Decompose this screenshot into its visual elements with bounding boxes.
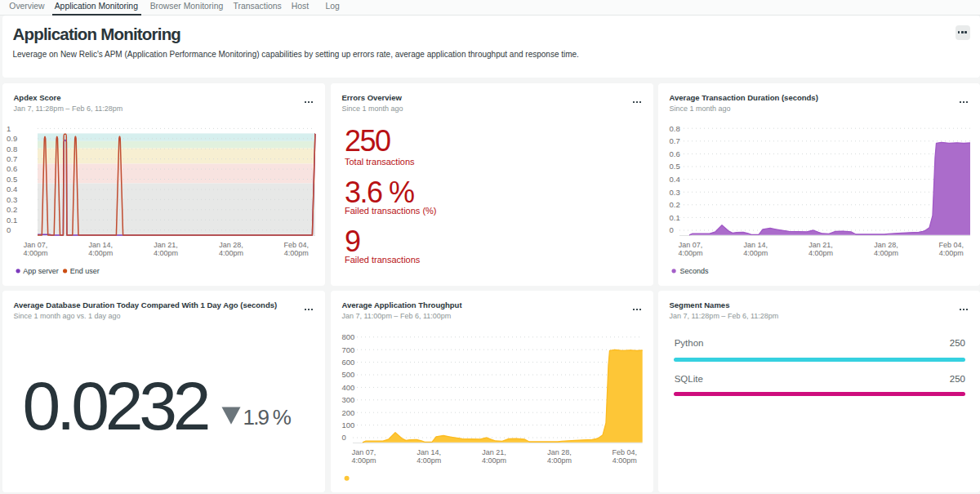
svg-text:Feb 04,: Feb 04, (612, 448, 637, 456)
svg-text:0.4: 0.4 (7, 185, 17, 194)
svg-text:0.7: 0.7 (7, 154, 17, 163)
svg-text:Jan 14,: Jan 14, (744, 241, 768, 249)
svg-text:0.5: 0.5 (670, 162, 680, 171)
svg-text:4:00pm: 4:00pm (482, 456, 506, 465)
svg-text:Jan 14,: Jan 14, (89, 241, 114, 249)
svg-text:0.4: 0.4 (670, 175, 680, 184)
svg-text:4:00pm: 4:00pm (939, 249, 964, 257)
svg-text:4:00pm: 4:00pm (743, 249, 768, 257)
svg-text:4:00pm: 4:00pm (678, 249, 702, 257)
svg-text:4:00pm: 4:00pm (23, 249, 47, 257)
svg-text:Seconds: Seconds (680, 267, 710, 275)
svg-text:0.2: 0.2 (7, 205, 17, 214)
svg-text:Feb 04,: Feb 04, (283, 241, 309, 249)
svg-text:App server: App server (23, 267, 59, 275)
svg-text:0: 0 (7, 225, 11, 234)
svg-text:4:00pm: 4:00pm (874, 249, 898, 257)
svg-text:300: 300 (342, 395, 355, 404)
svg-text:0.8: 0.8 (7, 145, 17, 154)
svg-text:100: 100 (342, 421, 355, 429)
svg-text:0.1: 0.1 (670, 213, 680, 222)
svg-text:0: 0 (670, 225, 674, 234)
svg-text:4:00pm: 4:00pm (351, 456, 376, 465)
svg-text:0.2: 0.2 (670, 200, 680, 209)
svg-text:0.8: 0.8 (670, 124, 680, 133)
svg-text:End user: End user (70, 267, 100, 275)
svg-text:0.3: 0.3 (7, 195, 17, 204)
svg-text:Jan 28,: Jan 28, (547, 448, 572, 456)
svg-text:4:00pm: 4:00pm (416, 456, 441, 465)
svg-text:4:00pm: 4:00pm (154, 249, 178, 257)
svg-text:4:00pm: 4:00pm (612, 456, 637, 465)
svg-text:0.3: 0.3 (670, 188, 680, 197)
svg-text:Jan 07,: Jan 07, (352, 448, 376, 456)
svg-text:500: 500 (342, 370, 355, 379)
svg-text:800: 800 (342, 332, 355, 341)
svg-text:0.5: 0.5 (7, 175, 17, 184)
svg-text:Jan 07,: Jan 07, (24, 241, 48, 249)
svg-text:4:00pm: 4:00pm (88, 249, 113, 257)
svg-text:Jan 28,: Jan 28, (219, 241, 243, 249)
svg-text:4:00pm: 4:00pm (808, 249, 833, 257)
svg-text:4:00pm: 4:00pm (547, 456, 572, 465)
svg-text:0.6: 0.6 (7, 164, 17, 173)
svg-text:0.1: 0.1 (7, 216, 17, 225)
svg-text:Jan 21,: Jan 21, (482, 448, 506, 456)
svg-text:Feb 04,: Feb 04, (938, 241, 964, 249)
svg-text:700: 700 (342, 345, 355, 354)
svg-text:400: 400 (342, 383, 355, 392)
svg-text:4:00pm: 4:00pm (219, 249, 243, 257)
svg-text:Jan 21,: Jan 21, (154, 241, 178, 249)
svg-text:600: 600 (342, 358, 355, 367)
svg-text:0.7: 0.7 (670, 136, 680, 145)
svg-text:0.6: 0.6 (670, 149, 680, 158)
svg-text:1: 1 (7, 124, 11, 133)
svg-text:Jan 07,: Jan 07, (679, 241, 703, 249)
svg-text:4:00pm: 4:00pm (284, 249, 309, 257)
svg-text:200: 200 (342, 408, 355, 417)
svg-text:Jan 14,: Jan 14, (417, 448, 442, 456)
svg-text:0: 0 (342, 433, 346, 442)
svg-text:0.9: 0.9 (7, 134, 17, 143)
svg-text:Jan 28,: Jan 28, (874, 241, 898, 249)
svg-text:Jan 21,: Jan 21, (808, 241, 833, 249)
